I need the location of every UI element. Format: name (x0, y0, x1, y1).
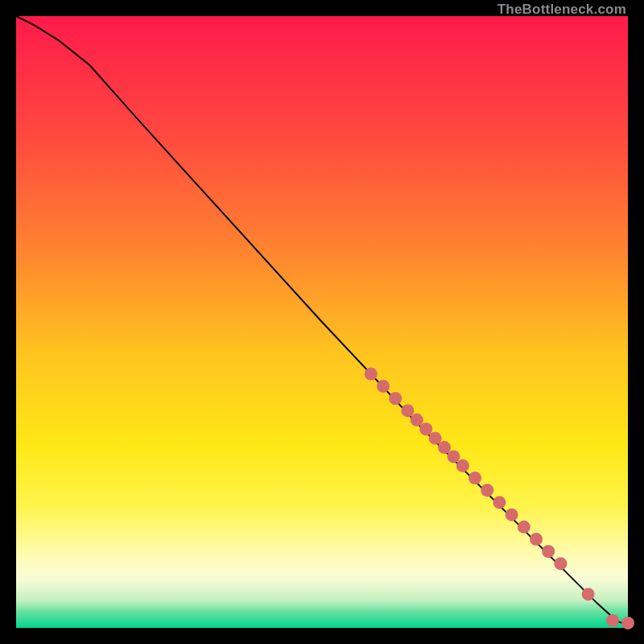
marker-point (542, 545, 555, 558)
marker-point (582, 588, 595, 601)
marker-point (606, 614, 619, 627)
marker-point (493, 496, 506, 509)
marker-point (377, 380, 390, 393)
marker-point (429, 431, 442, 444)
marker-point (401, 404, 414, 417)
marker-point (456, 460, 469, 473)
marker-point (506, 508, 518, 521)
marker-point (419, 423, 432, 436)
plot-area (16, 16, 628, 628)
watermark-text: TheBottleneck.com (497, 2, 626, 18)
marker-point (438, 441, 451, 454)
marker-point (530, 533, 543, 546)
chart-svg (16, 16, 628, 628)
marker-point (411, 414, 423, 427)
marker-point (469, 472, 481, 485)
marker-point (481, 484, 493, 497)
marker-point (447, 450, 460, 463)
marker-point (518, 521, 530, 534)
marker-point (365, 368, 378, 381)
marker-point (621, 617, 634, 630)
marker-point (389, 392, 402, 405)
chart-stage: TheBottleneck.com (0, 0, 644, 644)
marker-point (554, 557, 567, 570)
